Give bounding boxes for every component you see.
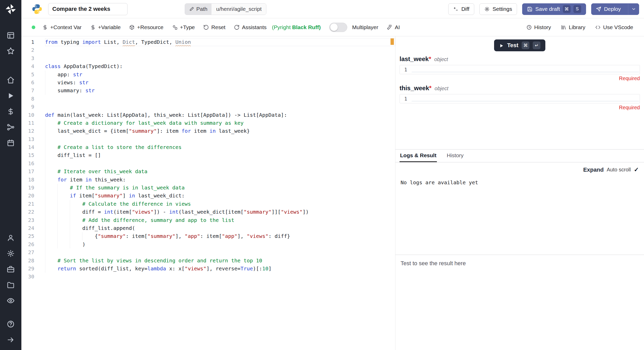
code-line[interactable]: # Calculate the difference in views (45, 200, 395, 208)
arg-field[interactable] (412, 94, 639, 101)
assistants-note-ruff: Ruff) (308, 24, 321, 30)
arg-type: object (434, 56, 448, 62)
code-token: app: (57, 71, 73, 78)
arg-input[interactable]: 1 (400, 65, 640, 74)
path-label-text: Path (196, 6, 207, 12)
toolbar-item-type[interactable]: +Type (172, 24, 195, 30)
sidebar-item-home[interactable] (7, 76, 15, 84)
toolbar-item-multiplayer[interactable]: Multiplayer (352, 24, 378, 30)
code-line[interactable]: if item["summary"] in last_week_dict: (45, 192, 395, 200)
code-line[interactable]: def main(last_week: List[AppData], this_… (45, 111, 395, 119)
code-line[interactable] (45, 46, 395, 54)
indent-guide (45, 216, 57, 224)
indent-guide (45, 232, 57, 240)
test-area: Test ⌘ ↵ last_week*object1Requiredthis_w… (395, 36, 644, 149)
code-token: summary: (57, 87, 85, 94)
code-line[interactable]: diff_list.append( (45, 224, 395, 232)
deploy-button[interactable]: Deploy (591, 4, 625, 15)
sidebar-item-gear[interactable] (7, 249, 15, 257)
diff-icon (453, 6, 459, 12)
script-title-input[interactable] (48, 3, 128, 15)
toolbar-item-assistants[interactable]: Assistants (234, 24, 267, 30)
windmill-logo-icon[interactable] (5, 3, 16, 15)
toolbar-item-history[interactable]: History (526, 24, 551, 30)
test-button[interactable]: Test ⌘ ↵ (494, 39, 546, 51)
save-draft-button[interactable]: Save draft ⌘ S (522, 3, 586, 15)
code-token: "summary" (147, 233, 175, 239)
user-icon (7, 234, 15, 242)
line-number: 9 (21, 103, 34, 111)
sidebar-item-apps[interactable] (7, 31, 15, 39)
refresh-icon (234, 24, 240, 30)
code-line[interactable]: return sorted(diff_list, key=lambda x: x… (45, 265, 395, 273)
code-line[interactable] (45, 248, 395, 256)
code-line[interactable] (45, 103, 395, 111)
arg-input[interactable]: 1 (400, 94, 640, 103)
sidebar-item-play[interactable] (7, 92, 15, 100)
toolbar-item-variable[interactable]: +Variable (90, 24, 121, 30)
code-line[interactable] (45, 95, 395, 103)
sidebar-item-star[interactable] (7, 47, 15, 55)
indent-guide (45, 208, 57, 216)
line-number: 26 (21, 240, 34, 248)
code-line[interactable] (45, 135, 395, 143)
code-line[interactable]: ) (45, 240, 395, 248)
code-line[interactable]: # Iterate over this_week data (45, 168, 395, 176)
code-token: item (191, 128, 209, 134)
line-number: 1 (21, 38, 34, 46)
code-token: ]: item (157, 128, 181, 134)
kbd-enter: ↵ (533, 41, 540, 49)
sidebar-item-flow[interactable] (7, 123, 15, 131)
toolbar-item-context-var[interactable]: +Context Var (42, 24, 82, 30)
sidebar-item-arrow-right[interactable] (7, 336, 15, 344)
code-line[interactable]: {"summary": item["summary"], "app": item… (45, 232, 395, 240)
code-line[interactable]: last_week_dict = {item["summary"]: item … (45, 127, 395, 135)
sidebar-item-dollar[interactable] (7, 107, 15, 115)
code-line[interactable] (45, 54, 395, 62)
sidebar-item-calendar[interactable] (7, 139, 15, 147)
autoscroll-checkbox[interactable]: ✓ (634, 166, 639, 173)
toolbar-item-use-vscode[interactable]: Use VScode (595, 24, 633, 30)
code-line[interactable]: # Create a dictionary for last_week data… (45, 119, 395, 127)
code-token: # Create a list to store the differences (57, 144, 182, 150)
kbd-cmd: ⌘ (522, 41, 529, 49)
code-line[interactable]: for item in this_week: (45, 176, 395, 184)
line-number: 8 (21, 95, 34, 103)
toolbar-item-resource[interactable]: +Resource (129, 24, 163, 30)
sidebar-item-folder[interactable] (7, 281, 15, 289)
tab-logs-result[interactable]: Logs & Result (400, 149, 437, 162)
code-editor[interactable]: 1234567891011121314151617181920212223242… (21, 36, 395, 350)
toolbar-item-reset[interactable]: Reset (203, 24, 225, 30)
code-line[interactable]: views: str (45, 79, 395, 87)
toolbar-item-label: Reset (211, 24, 225, 30)
deploy-dropdown-button[interactable] (628, 4, 639, 15)
expand-button[interactable]: Expand (583, 166, 604, 173)
toolbar-item-ai[interactable]: AI (387, 24, 400, 30)
sidebar-item-user[interactable] (7, 234, 15, 242)
arg-type: object (435, 86, 448, 91)
sidebar-item-help[interactable] (7, 320, 15, 328)
code-line[interactable]: # Sort the list by views in descending o… (45, 257, 395, 265)
diff-button[interactable]: Diff (448, 3, 474, 15)
code-token: main(last_week: List[AppData], this_week… (54, 112, 287, 118)
code-line[interactable] (45, 273, 395, 281)
code-line[interactable]: summary: str (45, 87, 395, 95)
code-line[interactable]: diff = int(item["views"]) - int(last_wee… (45, 208, 395, 216)
code-line[interactable]: class AppData(TypedDict): (45, 62, 395, 70)
sidebar-item-briefcase[interactable] (7, 265, 15, 273)
toolbar-item-library[interactable]: Library (561, 24, 585, 30)
settings-button[interactable]: Settings (479, 3, 517, 15)
arg-field[interactable] (412, 65, 639, 72)
path-button[interactable]: Path u/henri/agile_script (185, 3, 266, 15)
code-line[interactable]: # If the summary is in last_week data (45, 184, 395, 192)
code-line[interactable]: # Add the difference, summary and app to… (45, 216, 395, 224)
tab-history[interactable]: History (446, 149, 464, 162)
code-line[interactable]: diff_list = [] (45, 151, 395, 159)
code-line[interactable]: from typing import List, Dict, TypedDict… (45, 38, 395, 46)
code-line[interactable]: # Create a list to store the differences (45, 143, 395, 151)
line-number: 14 (21, 143, 34, 151)
sidebar-item-eye[interactable] (7, 297, 15, 305)
code-line[interactable]: app: str (45, 71, 395, 79)
code-line[interactable] (45, 160, 395, 168)
multiplayer-toggle[interactable] (329, 23, 347, 32)
